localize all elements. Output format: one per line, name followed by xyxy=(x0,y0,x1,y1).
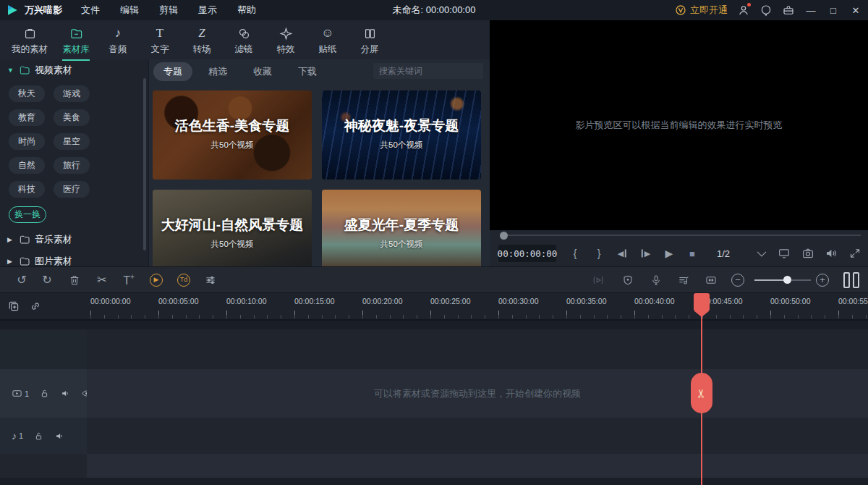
tag-education[interactable]: 教育 xyxy=(9,109,45,126)
previous-frame-button[interactable]: ◀ xyxy=(618,249,626,258)
audio-track-lane[interactable]: ♪ 1 xyxy=(0,418,868,454)
preview-scale-select[interactable]: 1/2 xyxy=(717,248,730,259)
card-title: 神秘夜魅-夜景专题 xyxy=(322,117,481,135)
tag-fashion[interactable]: 时尚 xyxy=(9,133,45,150)
mute-track-icon[interactable] xyxy=(60,388,71,399)
add-text-icon[interactable]: T+ xyxy=(123,274,135,286)
snapshot-camera-icon[interactable] xyxy=(801,247,815,261)
tag-nature[interactable]: 自然 xyxy=(9,157,45,174)
fullscreen-icon[interactable] xyxy=(848,247,862,261)
timeline-empty-lane-lower[interactable] xyxy=(0,454,868,478)
mute-track-icon[interactable] xyxy=(54,431,65,442)
tab-stickers[interactable]: ☺ 贴纸 xyxy=(307,24,349,56)
sidebar-section-music[interactable]: ▶ 音乐素材 xyxy=(0,229,148,250)
split-scissors-icon[interactable]: ✂ xyxy=(97,274,106,286)
window-maximize-button[interactable]: □ xyxy=(827,5,840,16)
mark-in-icon[interactable]: { xyxy=(574,248,577,259)
tag-game[interactable]: 游戏 xyxy=(54,85,90,102)
tag-travel[interactable]: 旅行 xyxy=(54,157,90,174)
seekbar-handle[interactable] xyxy=(500,232,508,240)
topic-card-summer[interactable]: 盛夏光年-夏季专题 共50个视频 xyxy=(322,190,481,266)
sidebar-scrollbar[interactable] xyxy=(143,78,146,250)
topic-card-nature[interactable]: 大好河山-自然风景专题 共50个视频 xyxy=(153,190,312,266)
zoom-out-icon[interactable]: − xyxy=(731,274,744,287)
redo-icon[interactable]: ↻ xyxy=(42,274,51,286)
mark-out-icon[interactable]: } xyxy=(597,248,601,259)
delete-trash-icon[interactable] xyxy=(69,274,81,286)
menu-view[interactable]: 显示 xyxy=(198,4,217,17)
lane-body[interactable] xyxy=(87,454,868,478)
menu-edit[interactable]: 编辑 xyxy=(120,4,139,17)
topic-card-food[interactable]: 活色生香-美食专题 共50个视频 xyxy=(153,90,312,180)
tab-effects[interactable]: 特效 xyxy=(265,24,307,56)
tab-stock-library[interactable]: 素材库 xyxy=(55,24,97,56)
audio-track-body[interactable] xyxy=(87,418,868,454)
tab-text[interactable]: T 文字 xyxy=(139,24,181,56)
timeline-zoom-slider[interactable] xyxy=(754,279,811,281)
library-tab-favorites[interactable]: 收藏 xyxy=(243,62,282,81)
library-tab-featured[interactable]: 精选 xyxy=(198,62,237,81)
window-minimize-button[interactable]: — xyxy=(804,5,817,16)
manage-tracks-icon[interactable] xyxy=(7,300,20,316)
filter-icon xyxy=(237,25,251,41)
tab-my-media[interactable]: 我的素材 xyxy=(4,24,55,56)
text-to-speech-icon[interactable]: Td xyxy=(177,274,190,287)
upgrade-button[interactable]: 立即开通 xyxy=(675,4,728,17)
support-icon[interactable] xyxy=(760,4,773,17)
playhead-handle[interactable] xyxy=(694,293,710,311)
marker-shield-icon[interactable] xyxy=(622,274,634,286)
card-title: 盛夏光年-夏季专题 xyxy=(322,216,481,235)
play-button[interactable]: ▶ xyxy=(665,248,673,259)
adjust-sliders-icon[interactable] xyxy=(205,274,217,286)
menu-help[interactable]: 帮助 xyxy=(237,4,256,17)
stop-button[interactable]: ■ xyxy=(689,248,695,259)
lock-track-icon[interactable] xyxy=(39,388,50,399)
fit-timeline-icon[interactable] xyxy=(705,274,718,286)
search-input[interactable] xyxy=(373,66,490,76)
display-device-icon[interactable] xyxy=(778,247,791,261)
preview-seekbar[interactable] xyxy=(490,230,868,240)
slider-handle[interactable] xyxy=(783,276,791,284)
playhead-split-button[interactable]: ✂ xyxy=(691,373,712,413)
chevron-down-icon[interactable] xyxy=(757,248,767,257)
lock-track-icon[interactable] xyxy=(33,431,44,442)
tag-autumn[interactable]: 秋天 xyxy=(9,85,45,102)
topic-card-night[interactable]: 神秘夜魅-夜景专题 共50个视频 xyxy=(322,90,481,180)
tab-transition[interactable]: Z 转场 xyxy=(181,24,223,56)
tag-food[interactable]: 美食 xyxy=(54,109,90,126)
refresh-tags-button[interactable]: 换一换 xyxy=(9,206,46,223)
tag-technology[interactable]: 科技 xyxy=(9,181,45,198)
zoom-in-icon[interactable]: + xyxy=(816,274,829,287)
preview-controls: 00:00:00:00 { } ◀ ▶ ▶ ■ 1/2 xyxy=(490,240,868,266)
menu-file[interactable]: 文件 xyxy=(81,4,100,17)
tab-split-screen[interactable]: 分屏 xyxy=(349,24,391,56)
record-voiceover-mic-icon[interactable] xyxy=(650,274,663,286)
card-title: 活色生香-美食专题 xyxy=(153,117,312,135)
tag-starry-sky[interactable]: 星空 xyxy=(54,133,90,150)
window-close-button[interactable]: ✕ xyxy=(849,5,862,16)
next-frame-button[interactable]: ▶ xyxy=(642,249,650,258)
render-preview-icon[interactable] xyxy=(592,274,605,286)
video-track-body[interactable]: 可以将素材或资源拖动到这里，开始创建你的视频 xyxy=(87,369,868,418)
layout-panels-icon[interactable] xyxy=(843,272,859,288)
audio-mixer-icon[interactable] xyxy=(678,274,690,286)
lane-body[interactable] xyxy=(87,329,868,369)
seekbar-track[interactable] xyxy=(500,235,861,236)
video-track-lane[interactable]: 1 可以将素材或资源拖动到这里，开始创建你的视频 xyxy=(0,369,868,418)
timeline-empty-lane-upper[interactable] xyxy=(0,329,868,369)
link-clips-icon[interactable] xyxy=(29,300,42,316)
volume-icon[interactable] xyxy=(825,247,838,261)
menu-clip[interactable]: 剪辑 xyxy=(159,4,178,17)
tab-filter[interactable]: 滤镜 xyxy=(223,24,265,56)
timeline-ruler[interactable]: 00:00:00:00 00:00:05:00 00:00:10:00 00:0… xyxy=(0,293,868,321)
library-tab-topics[interactable]: 专题 xyxy=(153,62,192,81)
ruler-minor-ticks xyxy=(90,315,868,319)
library-tab-downloads[interactable]: 下载 xyxy=(288,62,327,81)
toolbox-icon[interactable] xyxy=(782,4,795,17)
account-icon[interactable] xyxy=(737,4,750,17)
undo-icon[interactable]: ↺ xyxy=(17,274,26,286)
sidebar-section-video[interactable]: ▼ 视频素材 xyxy=(0,59,148,81)
tab-audio[interactable]: ♪ 音频 xyxy=(97,24,139,56)
motion-track-icon[interactable]: ▶ xyxy=(150,274,163,287)
tag-medical[interactable]: 医疗 xyxy=(54,181,90,198)
